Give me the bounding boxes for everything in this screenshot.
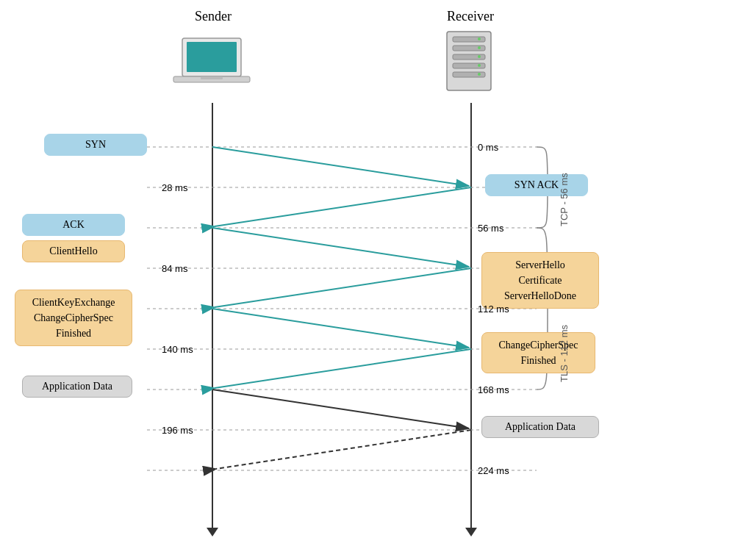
svg-line-39	[212, 390, 469, 428]
svg-line-38	[215, 349, 471, 388]
svg-line-33	[212, 147, 469, 186]
svg-line-34	[215, 187, 471, 226]
client-hello-box: ClientHello	[22, 240, 125, 262]
receiver-label: Receiver	[426, 9, 514, 24]
time-112ms: 112 ms	[478, 304, 509, 315]
sender-label: Sender	[169, 9, 257, 24]
receiver-device-icon	[432, 28, 506, 101]
change-cipher-box: ChangeCipherSpec Finished	[481, 332, 595, 373]
client-key-text: ClientKeyExchange ChangeCipherSpec Finis…	[32, 297, 115, 339]
time-140ms: 140 ms	[162, 344, 193, 355]
time-224ms: 224 ms	[478, 465, 509, 476]
time-56ms: 56 ms	[478, 223, 503, 234]
app-data-right-box: Application Data	[481, 416, 599, 438]
syn-box: SYN	[44, 134, 147, 156]
svg-rect-3	[201, 76, 223, 79]
svg-line-40	[216, 430, 471, 469]
diagram-container: Sender Receiver	[0, 0, 735, 560]
svg-line-35	[212, 228, 469, 267]
server-hello-box: ServerHello Certificate ServerHelloDone	[481, 252, 599, 309]
svg-point-10	[478, 37, 481, 40]
diagram-svg	[0, 0, 735, 560]
time-0ms: 0 ms	[478, 142, 498, 153]
syn-ack-box: SYN ACK	[485, 174, 588, 196]
svg-line-37	[212, 309, 469, 348]
tls-brace-label: TLS - 112 ms	[559, 265, 570, 382]
svg-line-36	[215, 268, 471, 307]
ack-box: ACK	[22, 214, 125, 236]
svg-point-13	[478, 64, 481, 67]
app-data-left-box: Application Data	[22, 376, 132, 398]
tcp-brace-label: TCP - 56 ms	[559, 160, 570, 226]
time-168ms: 168 ms	[478, 384, 509, 395]
svg-point-14	[478, 73, 481, 76]
svg-rect-1	[187, 42, 237, 72]
svg-point-11	[478, 46, 481, 49]
time-196ms: 196 ms	[162, 425, 193, 436]
time-84ms: 84 ms	[162, 263, 187, 274]
svg-point-12	[478, 55, 481, 58]
time-28ms: 28 ms	[162, 182, 187, 193]
svg-marker-17	[207, 528, 218, 536]
sender-device-icon	[168, 31, 256, 100]
svg-marker-18	[465, 528, 477, 536]
client-key-exchange-box: ClientKeyExchange ChangeCipherSpec Finis…	[15, 290, 132, 346]
